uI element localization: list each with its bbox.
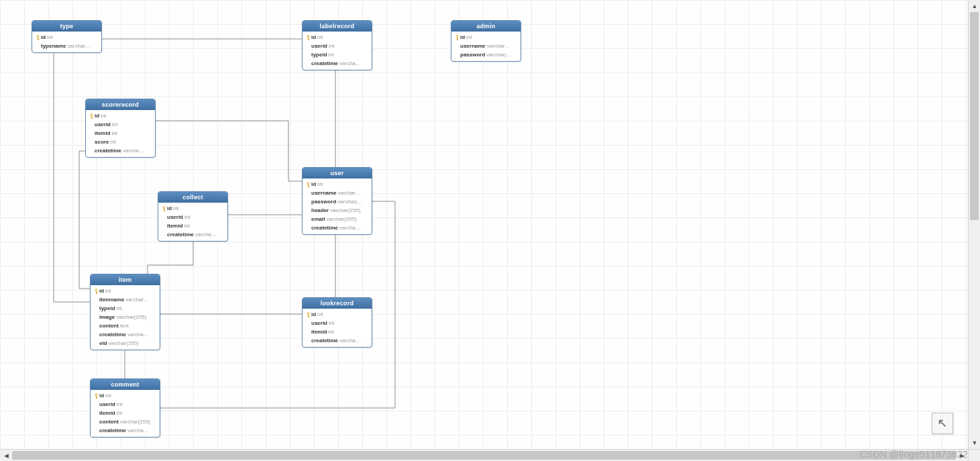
entity-title[interactable]: collect [158, 192, 227, 203]
field-row[interactable]: createtimevarcha… [91, 330, 160, 339]
primary-key-icon [305, 312, 311, 317]
field-row[interactable]: typeidint [91, 304, 160, 313]
field-row[interactable]: useridint [303, 319, 372, 327]
field-name: itemid [167, 222, 183, 229]
field-row[interactable]: idint [451, 33, 521, 42]
field-type: int [105, 287, 157, 295]
field-name: createtime [167, 231, 194, 238]
field-type: int [105, 392, 157, 399]
primary-key-icon [93, 393, 99, 399]
primary-key-icon [305, 182, 311, 187]
field-row[interactable]: itemidint [91, 409, 160, 417]
field-row[interactable]: idint [32, 33, 101, 42]
field-type: int [117, 305, 157, 312]
field-name: header [311, 207, 329, 214]
field-row[interactable]: imagevarchar(255) [91, 313, 160, 321]
minimap-toggle-button[interactable] [932, 413, 953, 434]
entity-fields: idintuseridinttypeidintcreatetimevarcha… [303, 32, 372, 70]
field-row[interactable]: createtimevarcha… [91, 426, 160, 435]
field-row[interactable]: contenttext [91, 321, 160, 330]
field-row[interactable]: contentvarchar(255) [91, 417, 160, 426]
entity-title[interactable]: comment [91, 379, 160, 390]
field-name: userid [167, 213, 183, 221]
primary-key-icon [88, 113, 95, 119]
field-row[interactable]: passwordvarchar(… [451, 50, 521, 59]
scroll-left-arrow[interactable]: ◀ [0, 450, 12, 461]
field-row[interactable]: createtimevarcha… [86, 146, 155, 155]
field-row[interactable]: typeidint [303, 50, 372, 59]
field-row[interactable]: vidvarchar(255) [91, 339, 160, 348]
field-row[interactable]: typenamevarchar… [32, 42, 101, 50]
entity-title[interactable]: user [303, 168, 372, 178]
diagram-canvas[interactable]: typeidinttypenamevarchar…labelrecordidin… [0, 0, 968, 449]
entity-title[interactable]: type [32, 21, 101, 32]
entity-item[interactable]: itemidintitemnamevarchar…typeidintimagev… [90, 274, 160, 350]
entity-title[interactable]: item [91, 274, 160, 285]
field-row[interactable]: itemnamevarchar… [91, 295, 160, 304]
field-row[interactable]: itemidint [303, 327, 372, 336]
field-row[interactable]: emailvarchar(255) [303, 215, 372, 223]
field-type: int [110, 138, 152, 146]
entity-fields: idintitemnamevarchar…typeidintimagevarch… [91, 285, 160, 350]
scroll-right-arrow[interactable]: ▶ [956, 450, 968, 461]
field-row[interactable]: itemidint [158, 221, 227, 230]
entity-fields: idintuseridintitemidintscoreintcreatetim… [86, 110, 155, 157]
field-row[interactable]: createtimevarcha… [303, 59, 372, 68]
field-row[interactable]: passwordvarchar(… [303, 197, 372, 206]
field-type: int [466, 34, 518, 41]
field-type: varchar(255) [326, 215, 369, 223]
field-row[interactable]: scoreint [86, 138, 155, 146]
h-scroll-thumb[interactable] [12, 451, 956, 460]
entity-fields: idinttypenamevarchar… [32, 32, 101, 52]
field-row[interactable]: useridint [86, 120, 155, 129]
entity-lookrecord[interactable]: lookrecordidintuseridintitemidintcreatet… [302, 297, 372, 348]
field-type: varcha… [339, 337, 369, 344]
entity-user[interactable]: useridintusernamevarchar…passwordvarchar… [302, 167, 372, 235]
horizontal-scrollbar[interactable]: ◀ ▶ [0, 449, 968, 461]
field-row[interactable]: createtimevarcha… [158, 230, 227, 239]
field-name: createtime [99, 427, 126, 434]
vertical-scrollbar[interactable]: ▲ ▼ [968, 0, 980, 449]
field-name: createtime [95, 147, 121, 154]
field-row[interactable]: headervarchar(255) [303, 206, 372, 215]
field-row[interactable]: idint [91, 287, 160, 295]
entity-scorerecord[interactable]: scorerecordidintuseridintitemidintscorei… [85, 99, 156, 158]
entity-title[interactable]: lookrecord [303, 298, 372, 309]
field-row[interactable]: usernamevarchar… [303, 189, 372, 197]
field-row[interactable]: idint [303, 33, 372, 42]
entity-collect[interactable]: collectidintuseridintitemidintcreatetime… [158, 191, 228, 242]
field-row[interactable]: createtimevarcha… [303, 336, 372, 345]
v-scroll-thumb[interactable] [970, 12, 979, 220]
field-row[interactable]: itemidint [86, 129, 155, 138]
scroll-down-arrow[interactable]: ▼ [969, 437, 980, 449]
field-type: varchar… [487, 42, 518, 50]
scroll-up-arrow[interactable]: ▲ [969, 0, 980, 12]
field-row[interactable]: useridint [303, 42, 372, 50]
entity-type[interactable]: typeidinttypenamevarchar… [32, 20, 102, 53]
field-row[interactable]: createtimevarcha… [303, 223, 372, 232]
entity-title[interactable]: labelrecord [303, 21, 372, 32]
entity-title[interactable]: scorerecord [86, 99, 155, 110]
field-type: varchar… [125, 296, 157, 303]
field-name: image [99, 313, 115, 321]
field-name: itemid [99, 409, 115, 417]
field-row[interactable]: idint [303, 310, 372, 319]
entity-admin[interactable]: adminidintusernamevarchar…passwordvarcha… [451, 20, 521, 62]
field-row[interactable]: idint [158, 204, 227, 213]
diagram-viewport[interactable]: typeidinttypenamevarchar…labelrecordidin… [0, 0, 968, 449]
field-name: id [460, 34, 465, 41]
entity-labelrecord[interactable]: labelrecordidintuseridinttypeidintcreate… [302, 20, 372, 70]
field-row[interactable]: idint [91, 391, 160, 400]
field-type: int [117, 409, 157, 417]
field-row[interactable]: idint [86, 111, 155, 120]
field-type: varchar(255) [109, 340, 157, 347]
field-name: createtime [311, 337, 338, 344]
field-name: createtime [311, 224, 338, 232]
entity-title[interactable]: admin [451, 21, 521, 32]
field-row[interactable]: usernamevarchar… [451, 42, 521, 50]
field-row[interactable]: useridint [158, 213, 227, 221]
field-name: id [99, 392, 104, 399]
field-row[interactable]: useridint [91, 400, 160, 409]
field-row[interactable]: idint [303, 180, 372, 189]
entity-comment[interactable]: commentidintuseridintitemidintcontentvar… [90, 378, 160, 438]
